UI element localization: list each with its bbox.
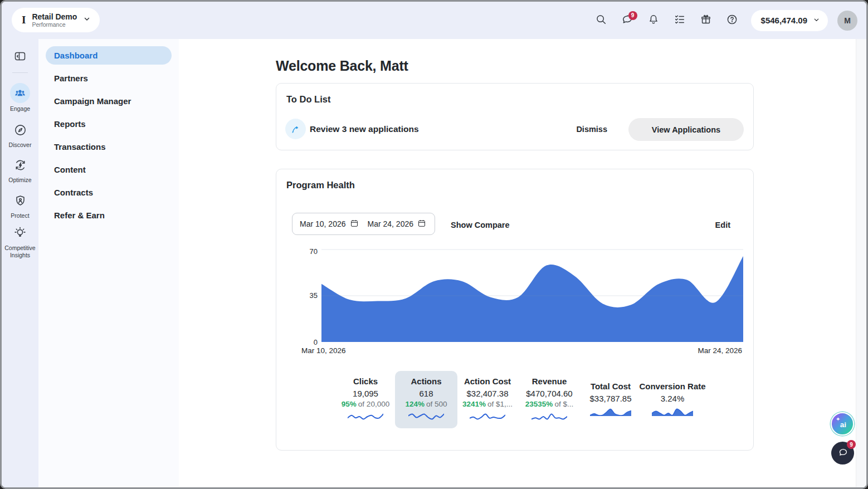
conversion-rate-sparkline — [652, 407, 693, 416]
sidebar-item-partners[interactable]: Partners — [46, 69, 172, 87]
calendar-icon — [417, 219, 426, 229]
optimize-bolt-icon — [13, 164, 27, 174]
topbar-actions: 9 $546,474.09 M — [591, 2, 857, 39]
lightbulb-icon — [13, 232, 27, 242]
panel-collapse-icon — [13, 55, 27, 65]
metric-label: Total Cost — [579, 382, 642, 391]
x-axis-label-end: Mar 24, 2026 — [698, 346, 742, 355]
search-button[interactable] — [591, 10, 612, 31]
metric-value: $33,787.85 — [579, 394, 642, 403]
sidebar-item-transactions[interactable]: Transactions — [46, 138, 172, 156]
top-bar: I Retail Demo Performance 9 — [2, 2, 866, 39]
todo-title: To Do List — [286, 94, 330, 105]
todo-card: To Do List Review 3 new applications Dis… — [276, 83, 754, 150]
account-balance-dropdown[interactable]: $546,474.09 — [751, 10, 828, 31]
show-compare-button[interactable]: Show Compare — [451, 221, 510, 229]
start-date-value: Mar 10, 2026 — [300, 219, 346, 228]
rail-label-discover: Discover — [2, 141, 38, 149]
metric-tile-actions[interactable]: Actions 618 124%of 500 — [395, 371, 457, 428]
rail-item-engage[interactable]: Engage — [2, 83, 38, 113]
metric-value: $32,407.38 — [456, 389, 519, 398]
tasks-checklist-icon — [674, 13, 686, 28]
scrollbar-gutter[interactable] — [856, 39, 866, 487]
gift-icon — [700, 13, 712, 28]
metric-goal: 23535%of $... — [518, 400, 581, 408]
date-range-picker: Mar 10, 2026 Mar 24, 2026 — [292, 213, 435, 235]
chevron-down-icon — [813, 16, 820, 25]
metric-tile-conversion-rate[interactable]: Conversion Rate 3.24% — [638, 371, 706, 428]
rail-item-protect[interactable]: Protect — [2, 194, 38, 219]
chevron-down-icon — [83, 15, 91, 25]
compass-icon — [13, 129, 27, 139]
search-icon — [595, 13, 607, 28]
sidebar-nav: Dashboard Partners Campaign Manager Repo… — [38, 39, 179, 487]
workspace-switcher[interactable]: I Retail Demo Performance — [12, 8, 100, 32]
balance-amount: $546,474.09 — [761, 16, 807, 25]
rail-label-competitive-insights: Competitive Insights — [2, 245, 38, 258]
tasks-button[interactable] — [669, 10, 690, 31]
app-window: I Retail Demo Performance 9 — [0, 0, 868, 489]
x-axis-label-start: Mar 10, 2026 — [301, 346, 346, 355]
collapse-sidebar-button[interactable] — [13, 50, 27, 63]
action-cost-sparkline — [470, 412, 505, 420]
program-health-area-chart — [321, 248, 743, 343]
messages-badge: 9 — [628, 11, 637, 20]
metric-value: 618 — [395, 389, 457, 398]
sidebar-item-refer-earn[interactable]: Refer & Earn — [46, 206, 172, 224]
ai-assistant-button[interactable]: ✦ ai — [831, 412, 854, 436]
support-chat-button[interactable]: 9 — [831, 442, 854, 464]
metric-label: Actions — [395, 376, 457, 386]
metric-label: Revenue — [518, 376, 581, 386]
chat-bubble-icon — [837, 446, 849, 461]
sidebar-item-contracts[interactable]: Contracts — [46, 183, 172, 202]
metric-tile-clicks[interactable]: Clicks 19,095 95%of 20,000 — [334, 371, 397, 428]
metric-tile-total-cost[interactable]: Total Cost $33,787.85 — [579, 371, 642, 428]
rail-label-engage: Engage — [2, 105, 38, 113]
start-date-input[interactable]: Mar 10, 2026 — [300, 219, 359, 229]
signature-pen-icon — [285, 119, 306, 139]
metric-goal: 3241%of $1,... — [456, 400, 519, 408]
metric-value: $470,704.60 — [518, 389, 581, 398]
dismiss-button[interactable]: Dismiss — [576, 125, 607, 134]
rewards-button[interactable] — [695, 10, 716, 31]
metric-label: Conversion Rate — [638, 382, 706, 391]
support-chat-badge: 9 — [847, 440, 856, 449]
metric-label: Action Cost — [456, 376, 519, 386]
view-applications-button[interactable]: View Applications — [628, 118, 744, 141]
rail-label-optimize: Optimize — [2, 177, 38, 184]
shield-icon — [13, 200, 27, 209]
y-axis-tick-35: 35 — [299, 291, 318, 300]
bell-icon — [647, 13, 660, 28]
end-date-value: Mar 24, 2026 — [368, 219, 414, 228]
end-date-input[interactable]: Mar 24, 2026 — [368, 219, 427, 229]
rail-item-competitive-insights[interactable]: Competitive Insights — [2, 226, 38, 258]
y-axis-tick-0: 0 — [299, 338, 318, 346]
people-group-icon — [10, 83, 30, 103]
clicks-sparkline — [348, 412, 383, 420]
sparkle-icon: ✦ — [836, 416, 840, 422]
help-button[interactable] — [721, 10, 743, 31]
ai-label: ai — [840, 420, 846, 429]
metric-value: 19,095 — [334, 389, 397, 398]
rail-item-optimize[interactable]: Optimize — [2, 158, 38, 184]
rail-item-discover[interactable]: Discover — [2, 123, 38, 149]
calendar-icon — [350, 219, 359, 229]
y-axis-tick-70: 70 — [299, 247, 318, 256]
workspace-name: Retail Demo — [32, 12, 77, 21]
edit-button[interactable]: Edit — [715, 221, 730, 229]
sidebar-item-dashboard[interactable]: Dashboard — [46, 46, 172, 65]
metric-tile-revenue[interactable]: Revenue $470,704.60 23535%of $... — [518, 371, 581, 428]
todo-task-text: Review 3 new applications — [310, 124, 419, 134]
icon-rail: Engage Discover Optimize Protect Competi… — [2, 39, 38, 487]
messages-button[interactable]: 9 — [617, 10, 638, 31]
revenue-sparkline — [531, 412, 567, 420]
metric-tile-action-cost[interactable]: Action Cost $32,407.38 3241%of $1,... — [456, 371, 519, 428]
brand-logo: I — [22, 14, 26, 26]
total-cost-sparkline — [590, 407, 631, 416]
user-avatar[interactable]: M — [837, 11, 857, 31]
sidebar-item-reports[interactable]: Reports — [46, 115, 172, 133]
page-title: Welcome Back, Matt — [276, 58, 408, 74]
sidebar-item-content[interactable]: Content — [46, 160, 172, 179]
notifications-button[interactable] — [643, 10, 664, 31]
sidebar-item-campaign-manager[interactable]: Campaign Manager — [46, 92, 172, 110]
